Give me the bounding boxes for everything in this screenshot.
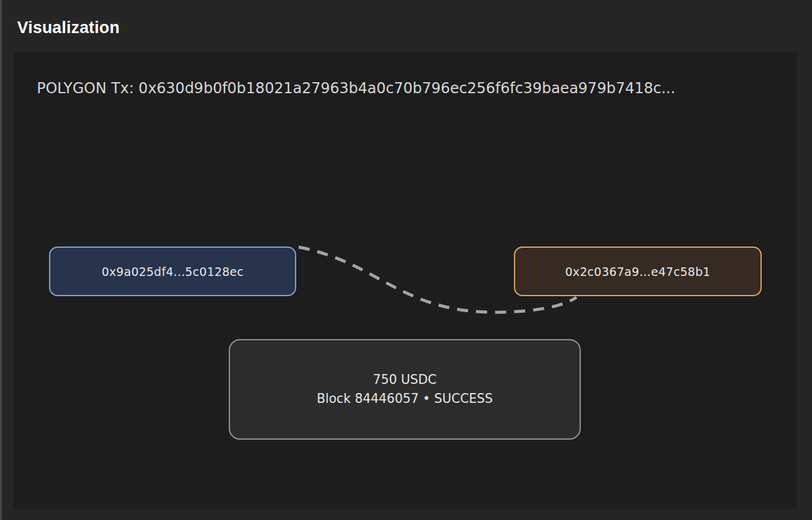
visualization-panel: Visualization POLYGON Tx: 0x630d9b0f0b18… (0, 0, 812, 520)
node-to-address[interactable]: 0x2c0367a9...e47c58b1 (514, 247, 762, 296)
node-from-address[interactable]: 0x9a025df4...5c0128ec (49, 247, 296, 296)
panel-title: Visualization (17, 18, 120, 37)
graph-canvas[interactable]: POLYGON Tx: 0x630d9b0f0b18021a27963b4a0c… (13, 52, 797, 509)
window-left-edge (0, 0, 2, 520)
node-from-label: 0x9a025df4...5c0128ec (102, 265, 244, 278)
node-to-label: 0x2c0367a9...e47c58b1 (565, 265, 710, 278)
transfer-block-status: Block 84446057 • SUCCESS (316, 389, 492, 408)
transfer-details-box: 750 USDC Block 84446057 • SUCCESS (229, 339, 581, 440)
transfer-amount: 750 USDC (373, 370, 437, 389)
